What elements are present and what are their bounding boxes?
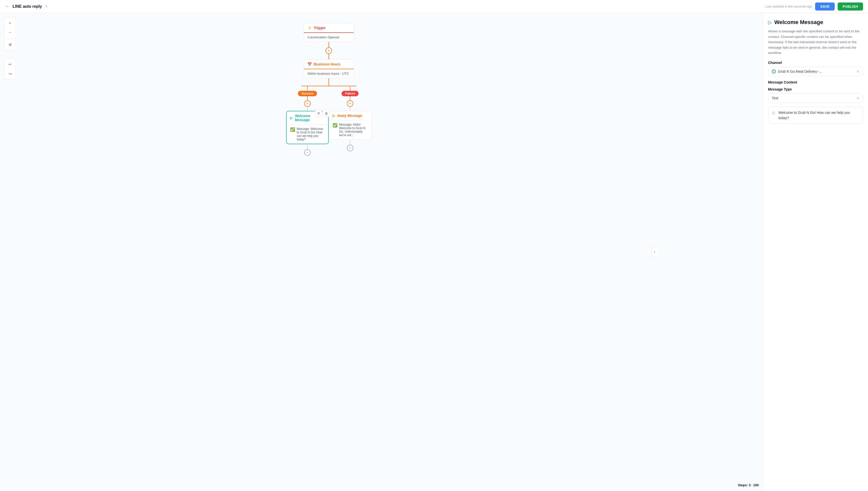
bh-label: Business Hours bbox=[314, 62, 341, 66]
panel-title-row: ▷ Welcome Message bbox=[768, 19, 863, 26]
message-content-label: Message Content bbox=[768, 80, 863, 84]
channel-select-left: Grub N Go Meal Delivery -... bbox=[772, 69, 822, 74]
welcome-node-actions: ⧉ 🗑 bbox=[315, 110, 330, 117]
failure-bottom-line bbox=[350, 140, 350, 145]
message-type-label: Message Type bbox=[768, 87, 863, 91]
trigger-node[interactable]: ⚡ Trigger Conversation Opened bbox=[304, 23, 354, 42]
workflow-area: ⚡ Trigger Conversation Opened + bbox=[0, 13, 657, 491]
steps-current: 3 bbox=[749, 483, 750, 487]
failure-badge: Failure bbox=[342, 91, 358, 96]
type-chevron-icon: ∨ bbox=[857, 96, 859, 100]
crosshair-icon: ⊕ bbox=[8, 42, 12, 47]
success-lower-line bbox=[307, 107, 308, 111]
bh-value: Within business hours - UTC bbox=[307, 72, 349, 76]
add-after-away-btn[interactable]: + bbox=[347, 145, 353, 151]
steps-counter: Steps: 3 / 100 bbox=[738, 483, 759, 487]
add-between-trigger-bh[interactable]: + bbox=[326, 48, 332, 54]
page-title: LINE auto reply bbox=[12, 4, 42, 9]
header-left: ← LINE auto reply ✎ bbox=[5, 4, 48, 9]
send-icon-welcome: ▷ bbox=[290, 116, 293, 120]
failure-arm: Failure + ▷ Away Message bbox=[329, 86, 371, 151]
undo-button[interactable]: ↩ bbox=[6, 60, 14, 68]
steps-total: 100 bbox=[753, 483, 759, 487]
undo-redo-toolbar: ↩ ↪ bbox=[4, 58, 16, 80]
panel-description: Allows a message with the specified cont… bbox=[768, 29, 863, 56]
success-bottom-line bbox=[307, 144, 308, 149]
away-message-text: Message: Hello! Welcome to Grub N Go. Un… bbox=[339, 123, 368, 137]
save-button[interactable]: SAVE bbox=[815, 2, 834, 10]
message-input-text: Welcome to Grub N Go! How can we help yo… bbox=[778, 110, 860, 121]
success-arm: Success + ⧉ 🗑 bbox=[286, 86, 329, 156]
emoji-button[interactable]: ☺ bbox=[771, 110, 776, 116]
add-failure-btn[interactable]: + bbox=[347, 100, 353, 107]
header: ← LINE auto reply ✎ Last updated a few s… bbox=[0, 0, 868, 13]
h-branch-line bbox=[301, 86, 356, 86]
failure-top-line bbox=[350, 86, 350, 91]
workflow-flow: ⚡ Trigger Conversation Opened + bbox=[286, 23, 371, 156]
trigger-label: Trigger bbox=[314, 26, 326, 30]
zoom-toolbar: + − ⊕ bbox=[4, 17, 16, 50]
add-success-btn[interactable]: + bbox=[304, 100, 311, 107]
send-icon-away: ▷ bbox=[333, 114, 335, 118]
back-button[interactable]: ← bbox=[5, 4, 9, 9]
line-bh-above bbox=[329, 54, 329, 59]
toggle-panel-button[interactable]: › bbox=[651, 247, 657, 257]
message-type-value: Text bbox=[772, 96, 778, 100]
failure-lower-line bbox=[350, 107, 350, 111]
plus-icon: + bbox=[9, 21, 11, 25]
publish-button[interactable]: PUBLISH bbox=[838, 2, 863, 10]
channel-name: Grub N Go Meal Delivery -... bbox=[778, 69, 822, 74]
branch-section: Success + ⧉ 🗑 bbox=[286, 78, 371, 156]
channel-dot-welcome: ✅ bbox=[290, 127, 295, 132]
welcome-message-text: Message: Welcome to Grub N Go! How can w… bbox=[297, 127, 325, 141]
branch-arms: Success + ⧉ 🗑 bbox=[286, 86, 371, 156]
bh-node-header: 📅 Business Hours bbox=[304, 60, 353, 69]
welcome-node-wrapper: ⧉ 🗑 ▷ Welcome Message bbox=[286, 111, 329, 144]
channel-status-dot bbox=[772, 69, 776, 74]
business-hours-node[interactable]: 📅 Business Hours Within business hours -… bbox=[304, 59, 354, 78]
success-badge: Success bbox=[298, 91, 317, 96]
copy-welcome-btn[interactable]: ⧉ bbox=[315, 110, 322, 117]
calendar-icon: 📅 bbox=[307, 62, 312, 66]
away-content: ✅ Message: Hello! Welcome to Grub N Go. … bbox=[333, 123, 368, 137]
away-node-header: ▷ Away Message bbox=[329, 111, 371, 120]
trigger-value: Conversation Opened bbox=[307, 35, 339, 39]
fit-view-button[interactable]: ⊕ bbox=[6, 40, 14, 49]
failure-mid-line bbox=[350, 96, 350, 100]
undo-icon: ↩ bbox=[8, 62, 12, 67]
away-message-node[interactable]: ▷ Away Message ✅ Message: Hello! Welcome… bbox=[329, 111, 371, 140]
zoom-in-button[interactable]: + bbox=[6, 19, 14, 27]
panel-send-icon: ▷ bbox=[768, 19, 772, 25]
connector-1: + bbox=[326, 42, 332, 59]
panel-title: Welcome Message bbox=[774, 19, 823, 26]
channel-label: Channel bbox=[768, 61, 863, 65]
bh-bottom-line bbox=[329, 78, 329, 86]
bh-node-body: Within business hours - UTC bbox=[304, 69, 353, 78]
edit-icon[interactable]: ✎ bbox=[45, 4, 48, 8]
redo-button[interactable]: ↪ bbox=[6, 69, 14, 78]
channel-chevron-icon: ∨ bbox=[857, 69, 859, 73]
welcome-node-body: ✅ Message: Welcome to Grub N Go! How can… bbox=[287, 125, 328, 144]
message-input-area[interactable]: ☺ Welcome to Grub N Go! How can we help … bbox=[768, 107, 863, 124]
toolbar-divider bbox=[6, 38, 14, 39]
delete-welcome-btn[interactable]: 🗑 bbox=[323, 110, 330, 117]
trigger-node-body: Conversation Opened bbox=[304, 33, 353, 41]
branch-horizontal: Success + ⧉ 🗑 bbox=[286, 86, 371, 156]
main-layout: + − ⊕ ↩ ↪ ⚡ bbox=[0, 13, 868, 491]
workflow-canvas: + − ⊕ ↩ ↪ ⚡ bbox=[0, 13, 763, 491]
success-mid-line bbox=[307, 96, 308, 100]
right-panel: ▷ Welcome Message Allows a message with … bbox=[763, 13, 868, 491]
success-top-line bbox=[307, 86, 308, 91]
redo-icon: ↪ bbox=[8, 71, 12, 76]
last-updated-text: Last updated a few seconds ago bbox=[765, 4, 812, 8]
trigger-node-header: ⚡ Trigger bbox=[304, 23, 353, 33]
welcome-content: ✅ Message: Welcome to Grub N Go! How can… bbox=[290, 127, 325, 141]
channel-select[interactable]: Grub N Go Meal Delivery -... ∨ bbox=[768, 67, 863, 76]
message-type-select[interactable]: Text ∨ bbox=[768, 93, 863, 103]
line-trigger-bh bbox=[329, 42, 329, 48]
add-after-welcome-btn[interactable]: + bbox=[304, 149, 311, 156]
zoom-out-button[interactable]: − bbox=[6, 28, 14, 37]
minus-icon: − bbox=[9, 30, 11, 35]
away-node-body: ✅ Message: Hello! Welcome to Grub N Go. … bbox=[329, 120, 371, 139]
channel-dot-away: ✅ bbox=[333, 123, 338, 128]
